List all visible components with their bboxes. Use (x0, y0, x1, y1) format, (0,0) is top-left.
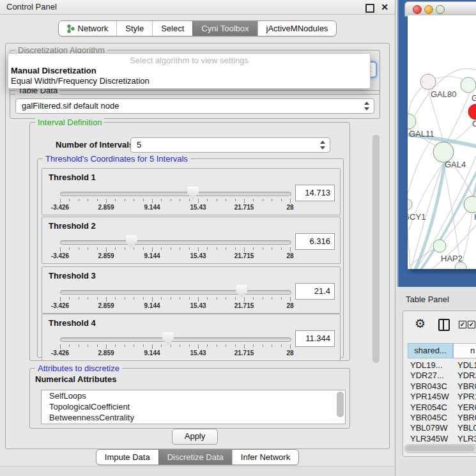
tick-mark (217, 344, 217, 347)
tick-mark (115, 344, 116, 347)
node-gcy1[interactable] (408, 199, 412, 210)
table-data-combobox[interactable]: galFiltered.sif default node (15, 98, 374, 114)
checkbox-checked-icon[interactable]: ✓ (468, 321, 475, 328)
node-label: GAL11 (409, 129, 434, 139)
scrollbar-thumb[interactable] (406, 445, 475, 451)
tab-cyni-toolbox[interactable]: Cyni Toolbox (192, 21, 257, 36)
slider-scale-labels: -3.4262.8599.14415.4321.71528 (60, 302, 290, 310)
tick-mark (79, 199, 79, 201)
tick-mark (171, 344, 171, 347)
slider-track[interactable] (60, 290, 291, 295)
node-green[interactable] (461, 77, 476, 93)
scrollbar-thumb[interactable] (337, 392, 344, 417)
table-row[interactable]: YBR043CYBR0 (408, 381, 476, 392)
network-canvas[interactable]: GAL80 GA C GAL11 GAL4 GCY1 H HAP2 (408, 15, 476, 269)
tick-mark (88, 344, 88, 347)
cell-shared-name: YER054C (410, 403, 447, 412)
column-header-shared[interactable]: shared... (408, 343, 453, 358)
slider-ticks (60, 344, 290, 349)
node-hap2[interactable] (433, 240, 446, 252)
column-header-name[interactable]: n (453, 343, 476, 358)
threshold-value-field[interactable]: 21.4 (295, 283, 335, 300)
tick-mark (106, 344, 107, 349)
threshold-value-field[interactable]: 14.713 (295, 185, 335, 201)
list-scrollbar[interactable] (337, 392, 344, 420)
slider-thumb[interactable] (126, 235, 137, 248)
tick-mark (97, 297, 98, 300)
slider-track[interactable] (60, 240, 291, 245)
node-gal80[interactable] (420, 74, 436, 89)
node-red-selected[interactable] (468, 104, 476, 119)
slider-scale-labels: -3.4262.8599.14415.4321.71528 (60, 349, 290, 357)
tick-mark (69, 344, 70, 347)
tab-style[interactable]: Style (116, 21, 152, 36)
node-right[interactable] (464, 196, 476, 213)
close-icon[interactable]: ✕ (381, 1, 388, 13)
float-window-icon[interactable] (365, 4, 374, 13)
tick-mark (69, 247, 70, 250)
checkbox-checked-icon[interactable]: ✓ (459, 321, 466, 328)
tick-mark (60, 247, 61, 252)
slider-scale-labels: -3.4262.8599.14415.4321.71528 (60, 204, 290, 211)
network-window-titlebar[interactable] (404, 1, 476, 17)
threshold-panel: Threshold 3 -3.4262.8599.14415.4321.7152… (42, 266, 341, 314)
tab-impute-data[interactable]: Impute Data (96, 450, 158, 464)
tick-mark (171, 247, 171, 250)
table-horizontal-scrollbar[interactable] (404, 444, 476, 453)
numerical-attributes-list[interactable]: SelfLoopsTopologicalCoefficientBetweenne… (41, 390, 346, 424)
tick-mark (180, 344, 180, 347)
scale-label: 15.43 (190, 252, 206, 259)
cell-name: YBL0 (457, 423, 476, 433)
attribute-list-item[interactable]: BetweennessCentrality (42, 412, 345, 423)
threshold-panel: Threshold 2 -3.4262.8599.14415.4321.7152… (42, 217, 341, 264)
scale-label: 21.715 (234, 349, 254, 357)
slider-thumb[interactable] (162, 332, 174, 345)
split-columns-icon[interactable] (438, 319, 450, 331)
slider-track[interactable] (60, 192, 291, 196)
table-row[interactable]: YDL19...YDL1 (408, 360, 476, 371)
table-row[interactable]: YER054CYER0 (408, 403, 476, 413)
scale-label: 2.859 (98, 252, 114, 259)
tick-mark (235, 247, 236, 250)
zoom-traffic-light-icon[interactable] (436, 5, 445, 14)
tick-mark (88, 297, 88, 300)
tab-discretize-data[interactable]: Discretize Data (158, 450, 232, 464)
minimize-traffic-light-icon[interactable] (424, 5, 433, 14)
threshold-value-field[interactable]: 6.316 (295, 233, 335, 250)
slider-thumb[interactable] (236, 285, 247, 298)
popup-item-equal-width-frequency[interactable]: Equal Width/Frequency Discretization (11, 76, 150, 86)
table-row[interactable]: YBL079WYBL0 (408, 423, 476, 433)
tick-mark (217, 199, 217, 201)
network-view-window: GAL80 GA C GAL11 GAL4 GCY1 H HAP2 (397, 0, 476, 287)
tick-mark (125, 297, 125, 300)
popup-hint: Select algorithm to view settings (8, 56, 370, 65)
table-row[interactable]: YLR345WYLR3 (408, 434, 476, 444)
cell-name: YBR0 (457, 381, 476, 391)
slider-thumb[interactable] (187, 187, 199, 199)
gear-icon[interactable]: ⚙ (415, 316, 426, 330)
tab-infer-network[interactable]: Infer Network (232, 450, 298, 464)
tab-jactivemnodules[interactable]: jActiveMNodules (257, 21, 337, 36)
table-row[interactable]: YPR145WYPR1 (408, 392, 476, 402)
slider-track[interactable] (60, 337, 291, 342)
number-of-intervals-combobox[interactable]: 5 (130, 137, 330, 153)
attribute-list-item[interactable]: SelfLoops (42, 390, 345, 401)
tick-mark (189, 344, 190, 347)
tick-mark (281, 247, 282, 250)
main-scrollbar-thumb[interactable] (372, 135, 380, 363)
table-row[interactable]: YBR045CYBR0 (408, 413, 476, 423)
tab-select[interactable]: Select (152, 21, 192, 36)
attribute-list-item[interactable]: TopologicalCoefficient (42, 401, 345, 412)
scale-label: -3.426 (51, 252, 69, 259)
popup-item-manual-discretization[interactable]: Manual Discretization (11, 66, 96, 75)
apply-button[interactable]: Apply (172, 429, 218, 445)
cyni-toolbox-content: Discretization Algorithm Table Data galF… (5, 43, 390, 449)
table-rows: YDL19...YDL1YDR27...YDR2YBR043CYBR0YPR14… (408, 360, 476, 455)
table-row[interactable]: YDR27...YDR2 (408, 371, 476, 381)
tick-mark (290, 199, 291, 203)
tab-network[interactable]: Network (59, 21, 117, 36)
close-traffic-light-icon[interactable] (413, 5, 422, 14)
threshold-value-field[interactable]: 11.344 (295, 330, 335, 347)
tick-mark (134, 344, 134, 347)
tick-mark (97, 199, 98, 201)
